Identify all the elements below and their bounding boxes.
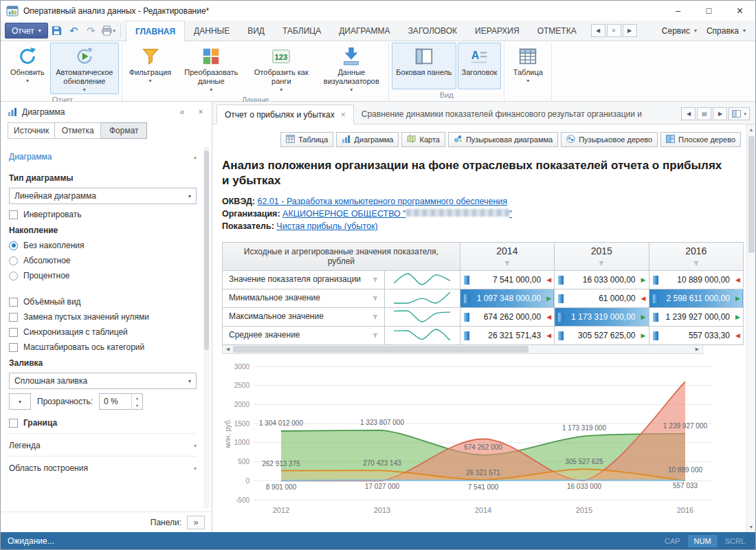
scrollbar-thumb[interactable] — [233, 346, 529, 353]
table-h-scrollbar[interactable]: ◀ ▶ — [222, 345, 703, 354]
panels-expand-button[interactable]: » — [187, 516, 205, 529]
side-panel-button[interactable]: Боковая панель — [392, 43, 456, 89]
filter-icon[interactable] — [692, 258, 700, 265]
legend-section[interactable]: Легенда▾ — [9, 433, 197, 456]
checkbox-box[interactable] — [9, 328, 18, 337]
checkbox-box[interactable] — [9, 313, 18, 322]
auto-refresh-button[interactable]: Автоматическое обновление▾ — [50, 43, 119, 94]
checkbox-box[interactable] — [9, 210, 18, 219]
tab-title[interactable]: ЗАГОЛОВОК — [399, 21, 466, 41]
table-button[interactable]: Таблица▾ — [507, 43, 548, 98]
scroll-left-icon[interactable]: ◀ — [223, 345, 233, 353]
filter-icon[interactable] — [372, 313, 379, 322]
checkbox-box[interactable] — [9, 419, 18, 428]
print-button[interactable]: ▾ — [100, 23, 117, 39]
panel-close-button[interactable]: × — [194, 105, 208, 119]
content-v-scrollbar[interactable]: ▲ ▼ — [746, 124, 755, 532]
percent-radio[interactable]: Процентное — [9, 271, 197, 280]
spinner-down-icon[interactable]: ▾ — [132, 402, 142, 409]
tab-hierarchy[interactable]: ИЕРАРХИЯ — [466, 21, 529, 41]
chart-section[interactable]: Диаграмма▴ — [9, 145, 197, 167]
no-accumulation-radio[interactable]: Без накопления — [9, 241, 197, 250]
absolute-radio[interactable]: Абсолютное — [9, 256, 197, 265]
chart-type-select[interactable]: Линейная диаграмма▾ — [9, 188, 197, 204]
filter-icon[interactable] — [372, 331, 379, 341]
doc-tab-list-button[interactable]: ▤ — [697, 107, 711, 120]
sidebar-tab-format[interactable]: Формат — [101, 122, 147, 139]
transparency-spinner[interactable]: 0 %▴▾ — [99, 393, 143, 410]
fill-type-select[interactable]: Сплошная заливка▾ — [9, 373, 197, 389]
filter-button[interactable]: Фильтрация▾ — [125, 43, 175, 94]
ribbon-scroll-left-button[interactable]: ◀ — [591, 24, 605, 37]
spinner-buttons[interactable]: ▴▾ — [131, 394, 142, 409]
sidebar-tab-mark[interactable]: Отметка — [55, 122, 101, 139]
invert-checkbox[interactable]: Инвертировать — [9, 210, 197, 219]
service-menu[interactable]: Сервис▾ — [662, 26, 697, 36]
save-button[interactable] — [48, 23, 65, 39]
view-map-button[interactable]: Карта — [401, 132, 445, 147]
doc-tab-comparison[interactable]: Сравнение динамики показателей финансово… — [354, 104, 649, 124]
filter-icon[interactable] — [598, 258, 605, 265]
radio-button[interactable] — [9, 272, 18, 280]
plot-area-section[interactable]: Область построения▾ — [9, 456, 197, 478]
show-as-ranks-button[interactable]: 123Отобразить как ранги▾ — [247, 43, 315, 94]
tab-chart[interactable]: ДИАГРАММА — [330, 21, 399, 41]
okved-field-link[interactable]: 62.01 - Разработка компьютерного програм… — [258, 197, 508, 206]
panel-collapse-button[interactable]: « — [175, 105, 189, 119]
view-treemap-button[interactable]: Плоское дерево — [660, 132, 741, 147]
ribbon-options-button[interactable]: ≡ — [607, 24, 621, 37]
undo-button[interactable]: ↶ — [65, 23, 82, 39]
fill-color-dropdown[interactable]: ▾ — [9, 393, 31, 410]
view-table-button[interactable]: Таблица — [280, 132, 333, 147]
volume-view-checkbox[interactable]: Объёмный вид — [9, 297, 197, 307]
view-bubble-tree-button[interactable]: Пузырьковое дерево — [561, 132, 658, 147]
minimize-button[interactable]: – — [663, 1, 693, 21]
view-bubble-chart-button[interactable]: Пузырьковая диаграмма — [448, 132, 558, 147]
checkbox-box[interactable] — [9, 298, 18, 307]
ribbon-scroll-right-button[interactable]: ▶ — [623, 24, 637, 37]
tab-view[interactable]: ВИД — [238, 21, 274, 41]
filter-icon[interactable] — [503, 258, 511, 265]
sidebar-scrollbar[interactable] — [203, 146, 210, 509]
replace-empty-with-zeros-checkbox[interactable]: Замена пустых значений нулями — [9, 312, 197, 322]
scroll-down-icon[interactable]: ▼ — [749, 522, 754, 532]
tab-data[interactable]: ДАННЫЕ — [185, 21, 238, 41]
year-column-header[interactable]: 2015 — [555, 243, 649, 271]
refresh-button[interactable]: Обновить▾ — [6, 43, 49, 94]
spinner-up-icon[interactable]: ▴ — [132, 394, 142, 402]
tab-home[interactable]: ГЛАВНАЯ — [126, 21, 185, 42]
transform-data-button[interactable]: Преобразовать данные▾ — [177, 43, 245, 94]
border-checkbox[interactable]: Граница — [9, 418, 197, 428]
indicator-field-link[interactable]: Чистая прибыль (убыток) — [276, 221, 377, 231]
visualizer-data-button[interactable]: Данные визуализаторов▾ — [317, 43, 386, 94]
tab-table[interactable]: ТАБЛИЦА — [274, 21, 330, 41]
close-tab-icon[interactable]: × — [341, 110, 346, 120]
layout-button[interactable]: ▾ — [729, 107, 750, 120]
scroll-right-icon[interactable]: ▶ — [692, 345, 702, 353]
radio-button[interactable] — [9, 256, 18, 265]
sidebar-tab-source[interactable]: Источник — [8, 122, 55, 139]
help-menu[interactable]: Справка▾ — [707, 26, 746, 36]
scrollbar-thumb[interactable] — [748, 136, 755, 253]
report-menu-button[interactable]: Отчет▾ — [5, 23, 48, 38]
sync-with-table-checkbox[interactable]: Синхронизация с таблицей — [9, 327, 197, 337]
doc-tab-scroll-left-button[interactable]: ◀ — [681, 107, 696, 120]
year-column-header[interactable]: 2014 — [460, 243, 554, 271]
doc-tab-scroll-right-button[interactable]: ▶ — [713, 107, 727, 120]
scroll-up-icon[interactable]: ▲ — [749, 124, 754, 135]
scale-category-axis-checkbox[interactable]: Масштабировать ось категорий — [9, 342, 197, 352]
doc-tab-profit-loss[interactable]: Отчет о прибылях и убытках× — [216, 104, 354, 124]
radio-button[interactable] — [9, 241, 18, 250]
filter-icon[interactable] — [372, 276, 379, 285]
year-column-header[interactable]: 2016 — [649, 243, 743, 271]
organization-field-link[interactable]: АКЦИОНЕРНОЕ ОБЩЕСТВО "" — [282, 209, 512, 219]
filter-icon[interactable] — [372, 294, 379, 304]
redo-button[interactable]: ↷ — [82, 23, 100, 39]
checkbox-box[interactable] — [9, 343, 18, 352]
tab-mark[interactable]: ОТМЕТКА — [529, 21, 586, 41]
header-button[interactable]: AЗаголовок — [458, 43, 502, 89]
scrollbar-thumb[interactable] — [204, 151, 209, 350]
maximize-button[interactable]: □ — [693, 1, 724, 21]
close-button[interactable]: × — [724, 1, 755, 21]
view-chart-button[interactable]: Диаграмма — [336, 132, 399, 147]
